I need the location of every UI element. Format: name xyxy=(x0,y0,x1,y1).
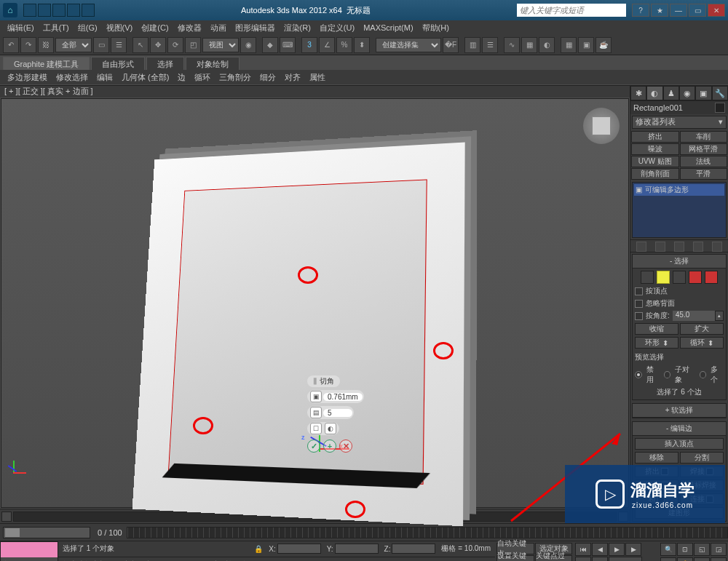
menu-rendering[interactable]: 渲染(R) xyxy=(280,21,315,35)
menu-tools[interactable]: 工具(T) xyxy=(39,21,74,35)
split-button[interactable]: 分割 xyxy=(680,452,724,463)
ignoreback-checkbox[interactable] xyxy=(635,300,643,308)
ring-button[interactable]: 环形⬍ xyxy=(635,337,678,349)
stack-config-icon[interactable] xyxy=(712,242,722,252)
ribbon-panel-tri[interactable]: 三角剖分 xyxy=(215,71,256,84)
menu-customize[interactable]: 自定义(U) xyxy=(315,21,359,35)
menu-grapheditors[interactable]: 图形编辑器 xyxy=(231,21,280,35)
caddy-cancel-button[interactable]: ✕ xyxy=(339,439,352,453)
render-setup-icon[interactable]: ▦ xyxy=(561,37,577,53)
select-object-icon[interactable]: ↖ xyxy=(132,37,149,53)
menu-views[interactable]: 视图(V) xyxy=(102,21,138,35)
preview-off-radio[interactable] xyxy=(635,371,642,378)
curve-editor-icon[interactable]: ∿ xyxy=(504,37,520,53)
caddy-ok-button[interactable]: ✓ xyxy=(307,439,320,453)
menu-maxscript[interactable]: MAXScript(M) xyxy=(359,22,417,33)
ribbon-tab-freeform[interactable]: 自由形式 xyxy=(91,57,145,70)
rollout-softsel-header[interactable]: + 软选择 xyxy=(633,404,726,418)
maximize-viewport-icon[interactable]: ⛶ xyxy=(711,557,727,561)
move-icon[interactable]: ✥ xyxy=(150,37,166,53)
ribbon-panel-align[interactable]: 对齐 xyxy=(280,71,305,84)
script-listener[interactable] xyxy=(1,542,58,557)
ribbon-tab-paint[interactable]: 对象绘制 xyxy=(186,57,240,70)
star-icon[interactable]: ★ xyxy=(651,4,668,17)
zoom-extents-all-icon[interactable]: ◲ xyxy=(711,543,727,556)
ribbon-panel-loop[interactable]: 循环 xyxy=(190,71,215,84)
qat-btn[interactable] xyxy=(52,4,66,17)
menu-animation[interactable]: 动画 xyxy=(206,21,231,35)
schematic-icon[interactable]: ▦ xyxy=(521,37,537,53)
redo-icon[interactable]: ↷ xyxy=(20,37,36,53)
selection-filter[interactable]: 全部 xyxy=(55,38,92,52)
pan-icon[interactable]: ✋ xyxy=(677,557,693,561)
close-button[interactable]: ✕ xyxy=(708,4,725,17)
menu-help[interactable]: 帮助(H) xyxy=(418,21,454,35)
fov-icon[interactable]: ◶ xyxy=(660,557,676,561)
stack-item-editpoly[interactable]: ▣ 可编辑多边形 xyxy=(634,184,724,196)
time-ruler[interactable] xyxy=(127,527,728,538)
tab-utilities-icon[interactable]: 🔧 xyxy=(712,86,728,100)
menu-edit[interactable]: 编辑(E) xyxy=(3,21,39,35)
subobj-border-icon[interactable] xyxy=(673,271,686,284)
maximize-button[interactable]: ▭ xyxy=(689,4,706,17)
byangle-checkbox[interactable] xyxy=(635,312,643,320)
mod-preset-meshsmooth[interactable]: 网格平滑 xyxy=(680,143,728,155)
render-icon[interactable]: ☕ xyxy=(596,37,612,53)
loop-button[interactable]: 循环⬍ xyxy=(680,337,724,349)
angle-snap-icon[interactable]: ∠ xyxy=(319,37,335,53)
manip-icon[interactable]: ◆ xyxy=(262,37,278,53)
subobj-element-icon[interactable] xyxy=(705,271,718,284)
select-name-icon[interactable]: ☰ xyxy=(111,37,127,53)
help-search-input[interactable] xyxy=(517,4,626,17)
preview-subobj-radio[interactable] xyxy=(664,371,670,378)
qat-btn[interactable] xyxy=(67,4,80,17)
ribbon-panel-props[interactable]: 属性 xyxy=(305,71,330,84)
qat-btn[interactable] xyxy=(23,4,36,17)
spinner-up-icon[interactable]: ▴ xyxy=(715,311,724,321)
subobj-edge-icon[interactable] xyxy=(657,271,670,284)
byvertex-checkbox[interactable] xyxy=(635,287,643,295)
current-frame-field[interactable]: 0 xyxy=(609,557,642,561)
snap-icon[interactable]: 3 xyxy=(301,37,317,53)
material-editor-icon[interactable]: ◐ xyxy=(539,37,555,53)
play-icon[interactable]: ▶ xyxy=(609,543,625,556)
zoom-all-icon[interactable]: ⊡ xyxy=(677,543,693,556)
mod-preset-uvw[interactable]: UVW 贴图 xyxy=(631,156,679,167)
link-icon[interactable]: ⛓ xyxy=(38,37,54,53)
help-drop-icon[interactable]: ? xyxy=(632,4,649,17)
zoom-extents-icon[interactable]: ◱ xyxy=(694,543,710,556)
qat-btn[interactable] xyxy=(38,4,51,17)
stack-remove-icon[interactable] xyxy=(693,242,703,252)
tab-motion-icon[interactable]: ◉ xyxy=(679,86,695,100)
menu-create[interactable]: 创建(C) xyxy=(137,21,173,35)
scene-object[interactable] xyxy=(132,143,475,561)
ribbon-tab-selection[interactable]: 选择 xyxy=(146,57,184,70)
subobj-poly-icon[interactable] xyxy=(689,271,702,284)
modifier-stack[interactable]: ▣ 可编辑多边形 xyxy=(632,182,727,238)
mod-preset-smooth[interactable]: 平滑 xyxy=(680,168,728,180)
pivot-icon[interactable]: ◉ xyxy=(240,37,256,53)
rotate-icon[interactable]: ⟳ xyxy=(167,37,183,53)
viewport-label[interactable]: [ + ][ 正交 ][ 真实 + 边面 ] xyxy=(0,86,630,98)
ribbon-panel-edit[interactable]: 编辑 xyxy=(92,71,117,84)
modifier-list-drop[interactable]: 修改器列表▾ xyxy=(632,116,727,128)
rollout-selection-header[interactable]: - 选择 xyxy=(633,255,726,268)
goto-end-icon[interactable]: ⏭ xyxy=(575,557,591,561)
stack-pin-icon[interactable] xyxy=(636,242,646,252)
mod-preset-lathe[interactable]: 车削 xyxy=(680,131,728,143)
object-color-swatch[interactable] xyxy=(715,103,725,113)
render-frame-icon[interactable]: ▣ xyxy=(578,37,594,53)
tab-hierarchy-icon[interactable]: ♟ xyxy=(663,86,679,100)
ribbon-panel-edge[interactable]: 边 xyxy=(173,71,190,84)
orbit-icon[interactable]: ⟲ xyxy=(694,557,710,561)
caddy-apply-button[interactable]: + xyxy=(323,439,336,453)
mod-preset-normal[interactable]: 法线 xyxy=(680,156,728,167)
goto-start-icon[interactable]: ⏮ xyxy=(575,543,591,556)
spinner-snap-icon[interactable]: ⬍ xyxy=(354,37,370,53)
rollout-editedge-header[interactable]: - 编辑边 xyxy=(633,422,726,436)
shrink-button[interactable]: 收缩 xyxy=(635,323,678,335)
ribbon-panel-polymodel[interactable]: 多边形建模 xyxy=(3,71,52,84)
stack-unique-icon[interactable] xyxy=(674,242,684,252)
zoom-icon[interactable]: 🔍 xyxy=(660,543,676,556)
chamfer-amount-field[interactable]: 0.761mm xyxy=(323,393,363,401)
